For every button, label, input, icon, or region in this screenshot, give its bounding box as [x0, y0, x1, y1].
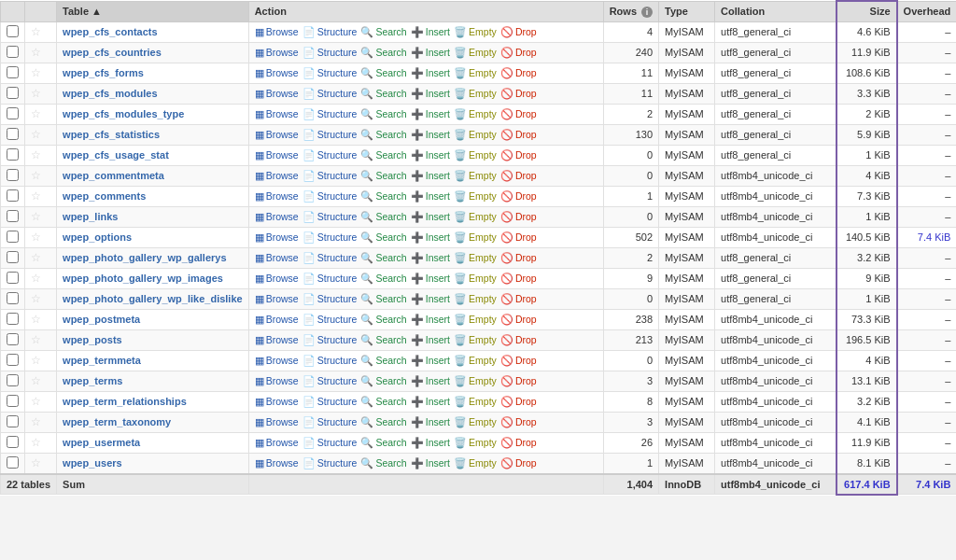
- row-table-name[interactable]: wpep_term_relationships: [57, 391, 249, 412]
- drop-button[interactable]: 🚫Drop: [500, 129, 537, 141]
- table-name-link[interactable]: wpep_term_taxonomy: [63, 416, 171, 427]
- search-button[interactable]: 🔍Search: [360, 231, 406, 244]
- row-checkbox[interactable]: [7, 292, 19, 304]
- table-name-link[interactable]: wpep_commentmeta: [63, 170, 164, 181]
- search-button[interactable]: 🔍Search: [360, 396, 406, 408]
- empty-button[interactable]: 🗑️Empty: [454, 149, 497, 161]
- empty-button[interactable]: 🗑️Empty: [454, 273, 497, 285]
- row-checkbox[interactable]: [7, 415, 19, 427]
- insert-button[interactable]: ➕Insert: [411, 231, 450, 244]
- search-button[interactable]: 🔍Search: [360, 355, 406, 367]
- row-checkbox[interactable]: [7, 107, 19, 119]
- row-checkbox[interactable]: [7, 272, 19, 284]
- table-name-link[interactable]: wpep_links: [63, 211, 118, 222]
- table-name-link[interactable]: wpep_term_relationships: [63, 396, 187, 407]
- search-button[interactable]: 🔍Search: [360, 334, 406, 346]
- search-button[interactable]: 🔍Search: [360, 293, 406, 305]
- structure-button[interactable]: 📄Structure: [302, 437, 358, 449]
- row-table-name[interactable]: wpep_photo_gallery_wp_gallerys: [57, 247, 249, 268]
- row-table-name[interactable]: wpep_term_taxonomy: [57, 412, 249, 432]
- browse-button[interactable]: ▦Browse: [255, 314, 299, 326]
- browse-button[interactable]: ▦Browse: [255, 293, 299, 305]
- drop-button[interactable]: 🚫Drop: [500, 26, 537, 38]
- star-icon[interactable]: ☆: [31, 169, 41, 182]
- table-name-link[interactable]: wpep_comments: [63, 190, 146, 202]
- search-button[interactable]: 🔍Search: [360, 149, 406, 161]
- star-icon[interactable]: ☆: [31, 148, 41, 161]
- empty-button[interactable]: 🗑️Empty: [454, 375, 497, 387]
- insert-button[interactable]: ➕Insert: [411, 314, 450, 326]
- table-name-link[interactable]: wpep_cfs_forms: [63, 67, 144, 78]
- insert-button[interactable]: ➕Insert: [411, 129, 450, 141]
- empty-button[interactable]: 🗑️Empty: [454, 67, 497, 79]
- drop-button[interactable]: 🚫Drop: [500, 108, 537, 120]
- table-name-link[interactable]: wpep_options: [63, 231, 132, 243]
- table-name-link[interactable]: wpep_photo_gallery_wp_images: [63, 273, 223, 284]
- size-header[interactable]: Size: [836, 1, 897, 21]
- row-checkbox[interactable]: [7, 169, 19, 181]
- browse-button[interactable]: ▦Browse: [255, 355, 299, 367]
- row-table-name[interactable]: wpep_cfs_contacts: [57, 21, 249, 42]
- structure-button[interactable]: 📄Structure: [302, 190, 358, 203]
- row-table-name[interactable]: wpep_cfs_modules: [57, 83, 249, 104]
- drop-button[interactable]: 🚫Drop: [500, 149, 537, 161]
- drop-button[interactable]: 🚫Drop: [500, 211, 537, 223]
- search-button[interactable]: 🔍Search: [360, 314, 406, 326]
- row-checkbox[interactable]: [7, 148, 19, 161]
- row-checkbox[interactable]: [7, 333, 19, 345]
- empty-button[interactable]: 🗑️Empty: [454, 437, 497, 449]
- drop-button[interactable]: 🚫Drop: [500, 314, 537, 326]
- empty-button[interactable]: 🗑️Empty: [454, 47, 497, 59]
- search-button[interactable]: 🔍Search: [360, 108, 406, 120]
- table-name-link[interactable]: wpep_usermeta: [63, 437, 140, 448]
- empty-button[interactable]: 🗑️Empty: [454, 416, 497, 428]
- structure-button[interactable]: 📄Structure: [302, 293, 358, 305]
- browse-button[interactable]: ▦Browse: [255, 26, 299, 38]
- insert-button[interactable]: ➕Insert: [411, 47, 450, 59]
- drop-button[interactable]: 🚫Drop: [500, 416, 537, 428]
- row-checkbox[interactable]: [7, 313, 19, 325]
- table-name-link[interactable]: wpep_cfs_statistics: [63, 129, 160, 140]
- star-icon[interactable]: ☆: [31, 87, 41, 100]
- row-checkbox[interactable]: [7, 231, 19, 243]
- drop-button[interactable]: 🚫Drop: [500, 293, 537, 305]
- browse-button[interactable]: ▦Browse: [255, 47, 299, 59]
- structure-button[interactable]: 📄Structure: [302, 88, 358, 100]
- structure-button[interactable]: 📄Structure: [302, 129, 358, 141]
- empty-button[interactable]: 🗑️Empty: [454, 314, 497, 326]
- browse-button[interactable]: ▦Browse: [255, 149, 299, 161]
- structure-button[interactable]: 📄Structure: [302, 375, 358, 387]
- drop-button[interactable]: 🚫Drop: [500, 355, 537, 367]
- star-icon[interactable]: ☆: [31, 107, 41, 120]
- star-icon[interactable]: ☆: [31, 292, 41, 305]
- search-button[interactable]: 🔍Search: [360, 190, 406, 203]
- drop-button[interactable]: 🚫Drop: [500, 231, 537, 244]
- drop-button[interactable]: 🚫Drop: [500, 67, 537, 79]
- star-icon[interactable]: ☆: [31, 354, 41, 367]
- drop-button[interactable]: 🚫Drop: [500, 457, 537, 469]
- drop-button[interactable]: 🚫Drop: [500, 170, 537, 182]
- row-table-name[interactable]: wpep_links: [57, 206, 249, 227]
- drop-button[interactable]: 🚫Drop: [500, 273, 537, 285]
- insert-button[interactable]: ➕Insert: [411, 190, 450, 203]
- row-checkbox[interactable]: [7, 210, 19, 222]
- search-button[interactable]: 🔍Search: [360, 252, 406, 264]
- structure-button[interactable]: 📄Structure: [302, 396, 358, 408]
- structure-button[interactable]: 📄Structure: [302, 149, 358, 161]
- star-icon[interactable]: ☆: [31, 415, 41, 428]
- star-icon[interactable]: ☆: [31, 395, 41, 408]
- structure-button[interactable]: 📄Structure: [302, 457, 358, 469]
- browse-button[interactable]: ▦Browse: [255, 231, 299, 244]
- search-button[interactable]: 🔍Search: [360, 88, 406, 100]
- structure-button[interactable]: 📄Structure: [302, 170, 358, 182]
- insert-button[interactable]: ➕Insert: [411, 457, 450, 469]
- star-icon[interactable]: ☆: [31, 66, 41, 79]
- search-button[interactable]: 🔍Search: [360, 375, 406, 387]
- star-icon[interactable]: ☆: [31, 189, 41, 203]
- browse-button[interactable]: ▦Browse: [255, 129, 299, 141]
- drop-button[interactable]: 🚫Drop: [500, 334, 537, 346]
- row-checkbox[interactable]: [7, 374, 19, 386]
- table-name-link[interactable]: wpep_cfs_modules: [63, 88, 157, 99]
- structure-button[interactable]: 📄Structure: [302, 334, 358, 346]
- row-table-name[interactable]: wpep_usermeta: [57, 432, 249, 453]
